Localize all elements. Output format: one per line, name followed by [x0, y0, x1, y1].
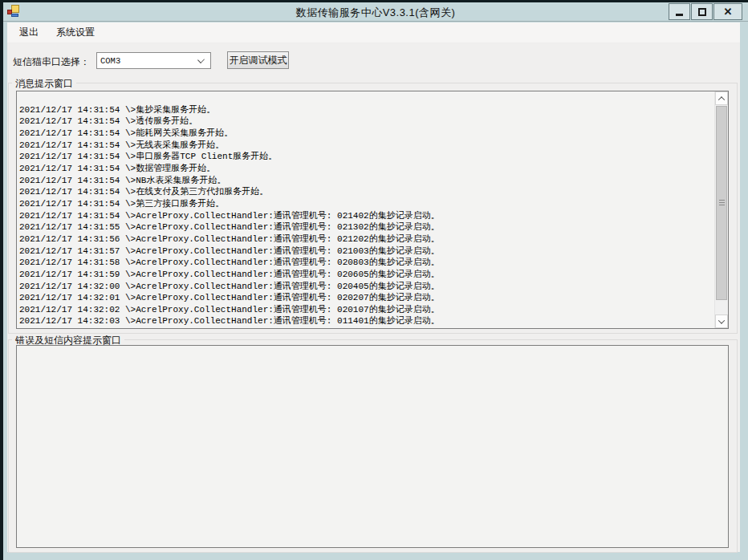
maximize-icon [698, 8, 706, 16]
scrollbar-thumb[interactable] [716, 106, 727, 300]
menubar: 退出 系统设置 [7, 22, 740, 43]
window-controls: ✕ [669, 3, 742, 20]
port-select-label: 短信猫串口选择： [13, 55, 90, 69]
port-combobox-value: COM3 [97, 56, 198, 66]
close-button[interactable]: ✕ [713, 3, 742, 20]
message-groupbox: 消息提示窗口 2021/12/17 14:31:54 \>集抄采集服务开始。 2… [8, 83, 738, 334]
error-log [19, 347, 713, 546]
window-title: 数据传输服务中心V3.3.1(含网关) [3, 6, 748, 20]
message-log-textbox[interactable]: 2021/12/17 14:31:54 \>集抄采集服务开始。 2021/12/… [16, 91, 729, 329]
debug-mode-button[interactable]: 开启调试模式 [227, 51, 289, 69]
scroll-up-button[interactable] [715, 91, 728, 105]
scrollbar-grip-icon [719, 200, 725, 206]
scroll-down-button[interactable] [715, 314, 728, 328]
chevron-up-icon [718, 96, 725, 103]
message-groupbox-title: 消息提示窗口 [12, 77, 76, 90]
maximize-button[interactable] [691, 3, 713, 20]
menu-item-system-settings[interactable]: 系统设置 [47, 22, 104, 43]
titlebar[interactable]: 数据传输服务中心V3.3.1(含网关) ✕ [3, 2, 748, 22]
minimize-icon [676, 14, 683, 16]
menu-item-exit[interactable]: 退出 [10, 22, 47, 43]
chevron-down-icon [197, 56, 205, 63]
minimize-button[interactable] [669, 3, 690, 20]
close-icon: ✕ [724, 6, 733, 17]
chevron-down-icon [718, 317, 725, 323]
app-window: 数据传输服务中心V3.3.1(含网关) ✕ 退出 系统设置 短信猫串口选择： C… [3, 2, 748, 560]
message-log: 2021/12/17 14:31:54 \>集抄采集服务开始。 2021/12/… [19, 92, 713, 327]
port-combobox[interactable]: COM3 [96, 52, 211, 69]
error-textbox[interactable] [16, 345, 729, 548]
message-log-scrollbar[interactable] [714, 91, 728, 328]
desktop: { "window": { "title": "数据传输服务中心V3.3.1(含… [0, 0, 748, 560]
client-area: 退出 系统设置 短信猫串口选择： COM3 开启调试模式 消息提示窗口 2021… [7, 22, 740, 552]
error-groupbox: 错误及短信内容提示窗口 [8, 339, 738, 553]
